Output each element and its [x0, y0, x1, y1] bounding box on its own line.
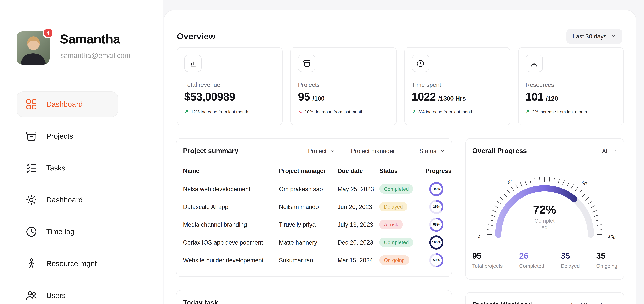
progress-percent: 72% [520, 203, 569, 216]
cell-project-manager: Tiruvelly priya [279, 221, 338, 228]
sidebar-item-projects[interactable]: Projects [16, 123, 118, 149]
stat-icon-box [298, 55, 316, 72]
stat-value: $53,00989 [184, 91, 235, 103]
cell-project-manager: Neilsan mando [279, 203, 338, 210]
project-table: NameProject managerDue dateStatusProgres… [183, 164, 445, 269]
date-range-label: Last 30 days [572, 33, 606, 40]
overall-stat-value: 26 [519, 251, 544, 261]
sidebar-item-label: Projects [46, 132, 73, 140]
sidebar-item-label: Users [46, 291, 66, 300]
stat-card-total-revenue: Total revenue$53,00989↗12% increase from… [177, 47, 283, 125]
filter-label: Project manager [351, 147, 395, 154]
progress-gauge: 0 25 50 100 72% Completed [476, 164, 613, 242]
cell-due-date: July 13, 2023 [338, 221, 379, 228]
progress-ring-value: 100% [432, 241, 440, 244]
date-range-select[interactable]: Last 30 days [566, 29, 622, 44]
stat-trend-text: 2% increase from last month [532, 109, 587, 114]
cell-project-name: Nelsa web developement [183, 186, 279, 192]
column-header-project-manager: Project manager [279, 168, 338, 174]
overall-stat-on-going: 35On going [596, 251, 617, 269]
cell-due-date: Jun 20, 2023 [338, 203, 379, 210]
table-row[interactable]: Nelsa web developementOm prakash saoMay … [183, 180, 445, 198]
filter-project-manager[interactable]: Project manager [351, 147, 404, 154]
cell-project-name: Corlax iOS app develpoement [183, 239, 279, 246]
sidebar-item-users[interactable]: Users [16, 283, 118, 304]
overall-filter-label: All [602, 147, 608, 154]
stat-value: 101 [526, 91, 544, 103]
filter-status[interactable]: Status [419, 147, 445, 154]
sidebar-item-dashboard[interactable]: Dashboard [16, 187, 118, 213]
clock-icon [25, 226, 38, 238]
stat-icon-box [412, 55, 429, 72]
sidebar-item-dashboard[interactable]: Dashboard [16, 91, 118, 117]
overall-stat-value: 35 [561, 251, 580, 261]
overall-stat-label: Completed [519, 263, 544, 269]
workload-range-select[interactable]: Last 3 months [571, 301, 617, 304]
status-badge: Delayed [379, 202, 408, 211]
user-icon [530, 59, 538, 68]
overall-stat-total-projects: 95Total projects [472, 251, 503, 269]
progress-ring-value: 50% [433, 258, 440, 262]
sidebar: 4 Samantha samantha@email.com DashboardP… [0, 0, 163, 304]
stat-trend-text: 12% increase from last month [191, 109, 248, 114]
overall-stat-value: 35 [596, 251, 617, 261]
overall-filter-select[interactable]: All [602, 147, 617, 154]
profile-name: Samantha [60, 32, 120, 47]
stat-card-projects: Projects95/100↘10% decrease from last mo… [290, 47, 396, 125]
cell-due-date: May 25, 2023 [338, 186, 379, 192]
projects-workload-title: Projects Workload [472, 301, 532, 304]
progress-ring: 68% [429, 218, 443, 232]
stat-suffix: /100 [312, 95, 324, 102]
overall-stat-delayed: 35Delayed [561, 251, 580, 269]
chevron-down-icon [611, 33, 616, 39]
stat-trend: ↗12% increase from last month [184, 109, 275, 115]
column-header-due-date: Due date [338, 168, 379, 174]
table-row[interactable]: Corlax iOS app develpoementMatte hannery… [183, 233, 445, 251]
cell-project-name: Datascale AI app [183, 203, 279, 210]
projects-workload-card: Projects Workload Last 3 months [465, 292, 624, 304]
status-badge: On going [379, 255, 409, 265]
trend-down-icon: ↘ [298, 109, 302, 115]
overall-stat-completed: 26Completed [519, 251, 544, 269]
chevron-down-icon [398, 148, 404, 154]
sidebar-item-resource-mgnt[interactable]: Resource mgnt [16, 251, 118, 276]
status-badge: Completed [379, 238, 413, 247]
sidebar-item-label: Resource mgnt [46, 259, 97, 268]
sidebar-item-label: Dashboard [46, 196, 83, 204]
table-row[interactable]: Website builder developementSukumar raoM… [183, 251, 445, 269]
project-summary-title: Project summary [183, 147, 238, 155]
progress-ring: 50% [429, 253, 443, 267]
cell-project-manager: Matte hannery [279, 239, 338, 246]
table-row[interactable]: Media channel brandingTiruvelly priyaJul… [183, 216, 445, 233]
avatar[interactable]: 4 [16, 32, 50, 65]
overall-stats: 95Total projects26Completed35Delayed35On… [472, 251, 617, 269]
notification-badge: 4 [42, 27, 54, 39]
stat-trend: ↗2% increase from last month [526, 109, 616, 115]
workload-range-label: Last 3 months [571, 301, 608, 304]
cell-project-name: Media channel branding [183, 221, 279, 228]
main-area: Overview Last 30 days Total revenue$53,0… [163, 0, 644, 304]
box-icon [25, 130, 38, 142]
table-row[interactable]: Datascale AI appNeilsan mandoJun 20, 202… [183, 198, 445, 216]
app: 4 Samantha samantha@email.com DashboardP… [0, 0, 644, 304]
filter-label: Status [419, 147, 436, 154]
progress-ring-value: 35% [433, 205, 440, 208]
filter-project[interactable]: Project [308, 147, 335, 154]
sidebar-item-tasks[interactable]: Tasks [16, 155, 118, 181]
person-stand-icon [25, 257, 38, 270]
status-badge: Completed [379, 184, 413, 194]
stat-trend: ↘10% decrease from last month [298, 109, 389, 115]
stat-card-time-spent: Time spent1022/1300 Hrs↗8% increase from… [404, 47, 510, 125]
today-task-card: Today task [176, 290, 452, 304]
cell-due-date: Dec 20, 2023 [338, 239, 379, 246]
stat-label: Time spent [412, 82, 503, 88]
bar-chart-icon [189, 59, 197, 68]
sidebar-item-time-log[interactable]: Time log [16, 219, 118, 245]
profile-email: samantha@email.com [60, 52, 130, 60]
sidebar-item-label: Time log [46, 227, 74, 236]
trend-up-icon: ↗ [184, 109, 188, 115]
trend-up-icon: ↗ [526, 109, 530, 115]
stat-icon-box [184, 55, 202, 72]
cell-due-date: Mar 15, 2024 [338, 257, 379, 263]
overall-progress-card: Overall Progress All [465, 138, 624, 280]
